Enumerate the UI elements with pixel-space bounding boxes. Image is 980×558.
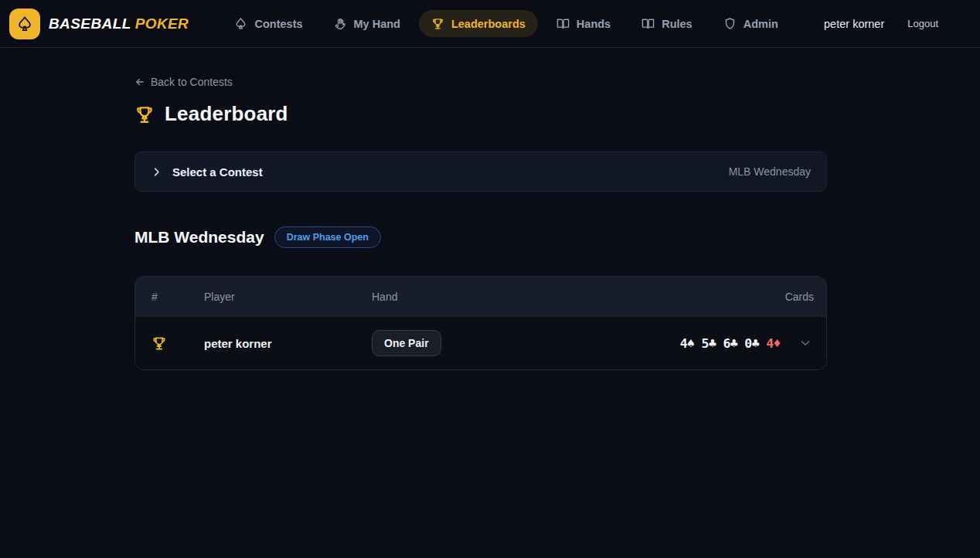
nav-item-label: Admin [744,18,778,30]
nav-item-leaderboards[interactable]: Leaderboards [419,10,538,37]
contest-header: MLB Wednesday Draw Phase Open [134,226,827,248]
brand-logo[interactable]: BASEBALLPOKER [9,9,189,39]
playing-card: 4♦ [766,336,781,351]
hand-cell: One Pair [372,330,680,356]
nav-item-rules[interactable]: Rules [629,10,705,37]
nav-item-contests[interactable]: Contests [222,10,315,37]
contest-selector-value: MLB Wednesday [729,165,811,178]
column-header-cards: Cards [785,291,814,303]
brand-name-secondary: POKER [135,15,189,32]
expand-row-button[interactable] [797,335,814,352]
nav-item-label: Rules [662,18,692,30]
hand-icon [334,17,347,30]
nav-item-label: Contests [254,18,302,30]
column-header-player: Player [204,291,372,303]
spade-icon [234,17,247,30]
page-title: Leaderboard [165,102,288,126]
user-area: peter korner Logout [824,18,938,30]
contest-selector[interactable]: Select a Contest MLB Wednesday [134,151,827,192]
nav-item-hands[interactable]: Hands [544,10,623,37]
player-name: peter korner [204,337,372,350]
brand-name-primary: BASEBALL [49,15,131,32]
playing-card: 6♣ [723,336,737,351]
nav-item-my-hand[interactable]: My Hand [322,10,413,37]
back-link-label: Back to Contests [151,76,233,88]
playing-card: 0♣ [744,336,759,351]
chevron-right-icon [151,166,162,178]
chevron-down-icon [798,336,812,350]
main-nav: Contests My Hand [222,10,790,37]
brand-name: BASEBALLPOKER [49,15,189,32]
playing-card: 4♠ [680,336,695,351]
leaderboard-page: Back to Contests Leaderboard Select a Co… [134,48,827,370]
shield-icon [723,17,737,30]
top-nav: BASEBALLPOKER Contests My Hand [0,0,980,48]
column-header-rank: # [151,291,204,303]
back-to-contests-link[interactable]: Back to Contests [134,76,233,88]
contest-selector-label: Select a Contest [172,165,263,179]
table-row: peter korner One Pair 4♠ 5♣ 6♣ 0♣ 4♦ [135,317,826,369]
book-icon [556,17,570,30]
playing-card: 5♣ [702,336,716,351]
rank-trophy-icon [151,335,204,351]
logo-box [9,9,40,39]
nav-item-admin[interactable]: Admin [711,10,791,37]
arrow-left-icon [134,77,145,87]
page-title-row: Leaderboard [134,102,827,126]
nav-item-label: Hands [577,18,611,30]
user-name: peter korner [824,18,884,30]
cards-cell: 4♠ 5♣ 6♣ 0♣ 4♦ [680,335,814,352]
book-icon [641,17,655,30]
contest-name: MLB Wednesday [134,228,264,247]
trophy-icon [431,17,444,30]
status-badge: Draw Phase Open [274,226,381,248]
column-header-hand: Hand [372,291,785,303]
nav-item-label: My Hand [354,18,400,30]
spade-icon [16,15,33,32]
leaderboard-table: # Player Hand Cards peter korner One Pai… [134,276,827,370]
hand-rank-badge: One Pair [372,330,441,356]
table-header-row: # Player Hand Cards [135,277,826,317]
card-list: 4♠ 5♣ 6♣ 0♣ 4♦ [680,336,781,351]
trophy-icon [134,104,155,124]
logout-button[interactable]: Logout [907,18,938,29]
nav-item-label: Leaderboards [451,18,526,30]
